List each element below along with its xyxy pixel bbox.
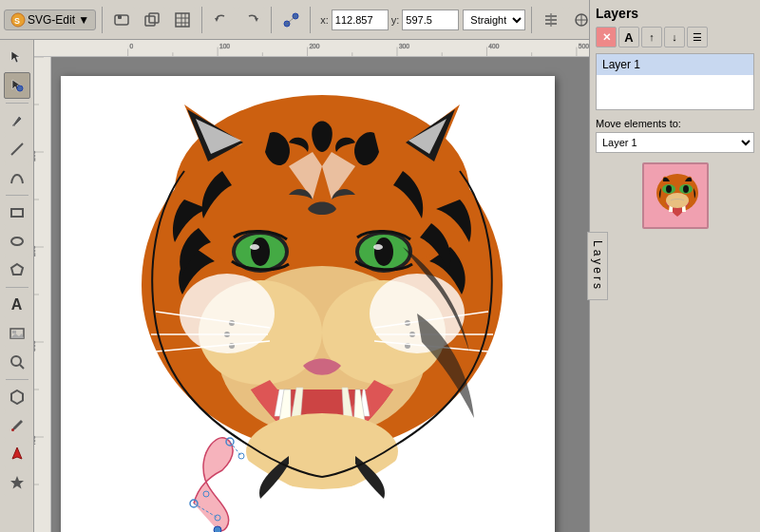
grid-icon	[174, 11, 191, 28]
ellipse-icon	[10, 234, 25, 249]
tool-separator-1	[6, 103, 28, 104]
svg-text:400: 400	[34, 435, 36, 446]
tool-fill[interactable]	[4, 441, 30, 467]
layer-rename-button[interactable]: A	[618, 27, 639, 48]
tool-node[interactable]	[4, 72, 30, 99]
node-icon	[282, 11, 299, 28]
tool-zoom[interactable]	[4, 349, 30, 375]
svg-point-104	[250, 244, 259, 250]
svg-marker-12	[255, 18, 258, 22]
clone-button[interactable]	[139, 7, 165, 33]
svg-point-123	[666, 185, 672, 193]
hexagon-icon	[10, 390, 25, 405]
bezier-icon	[10, 170, 25, 185]
tool-image[interactable]	[4, 320, 30, 347]
clone-icon	[143, 11, 161, 28]
svg-marker-28	[11, 51, 20, 63]
layers-toolbar: ✕ A ↑ ↓ ☰	[596, 27, 754, 48]
app-logo[interactable]: S SVG-Edit ▼	[4, 10, 96, 30]
toolbox: A	[0, 40, 34, 532]
svg-text:100: 100	[34, 150, 36, 162]
undo-group-icon	[113, 11, 130, 28]
layer-new-button[interactable]: ✕	[596, 27, 617, 48]
svg-text:S: S	[14, 16, 20, 26]
x-label: x:	[320, 14, 329, 26]
tool-hexagon[interactable]	[4, 384, 30, 410]
tool-separator-4	[6, 379, 28, 380]
svg-text:0: 0	[130, 43, 134, 49]
coordinates-box: x: y:	[320, 10, 459, 30]
svg-rect-5	[149, 13, 159, 23]
segment-select[interactable]: StraightCurveArc	[463, 10, 525, 30]
thumbnail-svg	[644, 164, 709, 229]
tool-rect[interactable]	[4, 200, 30, 226]
ruler-left: 100 200 300 400	[34, 57, 51, 532]
layers-side-tab[interactable]: Layers	[587, 232, 608, 300]
node-edit-icon	[10, 78, 25, 93]
layer-item[interactable]: Layer 1	[597, 54, 753, 75]
redo-button[interactable]	[238, 7, 265, 33]
pencil-icon	[10, 113, 25, 128]
svg-rect-4	[145, 16, 155, 26]
svg-marker-38	[10, 333, 24, 338]
layer-menu-button[interactable]: ☰	[687, 27, 708, 48]
x-input[interactable]	[332, 10, 389, 30]
transform-icon	[573, 11, 590, 28]
y-label: y:	[391, 14, 400, 26]
move-elements-select[interactable]: Layer 1	[596, 132, 754, 153]
tool-bezier[interactable]	[4, 164, 30, 191]
layers-panel-title: Layers	[596, 6, 754, 21]
svg-text:300: 300	[399, 43, 409, 49]
svg-edit-icon: S	[10, 12, 26, 28]
svg-rect-33	[11, 209, 23, 217]
svg-point-34	[11, 238, 23, 245]
layers-panel: Layers ✕ A ↑ ↓ ☰ Layer 1 Move elements t…	[590, 0, 760, 235]
tool-text[interactable]: A	[4, 292, 30, 318]
svg-rect-6	[176, 13, 189, 27]
svg-text:500: 500	[579, 43, 589, 49]
node-tool-btn[interactable]	[277, 7, 304, 33]
text-tool-label: A	[11, 296, 23, 314]
move-elements-label: Move elements to:	[596, 118, 754, 129]
tool-ellipse[interactable]	[4, 228, 30, 255]
layer-move-down-button[interactable]: ↓	[664, 27, 685, 48]
tool-star[interactable]	[4, 469, 30, 496]
svg-rect-37	[12, 331, 16, 333]
svg-point-30	[17, 86, 23, 91]
svg-text:300: 300	[34, 340, 36, 352]
undo-button[interactable]	[208, 7, 235, 33]
tool-line[interactable]	[4, 136, 30, 162]
svg-text:200: 200	[309, 43, 319, 49]
svg-point-107	[374, 238, 393, 266]
svg-rect-3	[118, 15, 122, 19]
tool-eyedropper[interactable]	[4, 412, 30, 439]
fill-color-icon	[10, 446, 25, 462]
layer-thumbnail	[642, 162, 709, 229]
svg-point-125	[666, 193, 689, 208]
svg-point-124	[683, 185, 689, 193]
svg-text:400: 400	[488, 43, 499, 49]
toolbar-separator-4	[310, 7, 311, 33]
grid-button[interactable]	[169, 7, 196, 33]
svg-marker-44	[10, 476, 24, 489]
svg-line-32	[11, 143, 23, 155]
toolbar-separator-3	[271, 7, 272, 33]
zoom-icon	[10, 354, 25, 370]
y-input[interactable]	[402, 10, 459, 30]
select-icon	[10, 49, 25, 65]
svg-marker-11	[215, 18, 218, 22]
svg-marker-43	[12, 447, 22, 459]
tool-polygon[interactable]	[4, 256, 30, 283]
toolbar-separator-5	[531, 7, 532, 33]
tool-pencil[interactable]	[4, 107, 30, 134]
tool-select[interactable]	[4, 44, 30, 70]
align-button[interactable]	[538, 7, 564, 33]
svg-document[interactable]	[61, 76, 555, 532]
layer-move-up-button[interactable]: ↑	[641, 27, 662, 48]
layer-list: Layer 1	[596, 53, 754, 110]
svg-point-103	[251, 238, 270, 266]
svg-text:200: 200	[34, 245, 36, 256]
right-panel: Layers ✕ A ↑ ↓ ☰ Layer 1 Move elements t…	[589, 0, 760, 532]
undo-group-button[interactable]	[108, 7, 135, 33]
svg-marker-41	[11, 390, 23, 404]
